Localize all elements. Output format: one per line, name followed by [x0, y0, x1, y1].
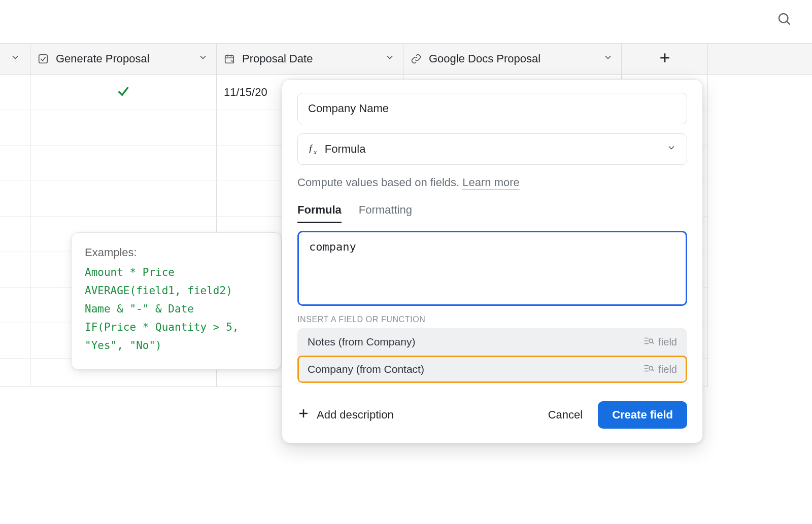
cell[interactable] — [0, 181, 30, 217]
svg-point-0 — [779, 14, 788, 23]
create-field-popover: ƒx Formula Compute values based on field… — [282, 79, 703, 443]
formula-icon: ƒx — [308, 142, 317, 156]
tab-formatting[interactable]: Formatting — [359, 203, 412, 223]
cell[interactable] — [30, 181, 217, 217]
cancel-button[interactable]: Cancel — [548, 408, 583, 422]
tab-formula[interactable]: Formula — [297, 203, 342, 223]
add-column-button[interactable] — [622, 44, 708, 74]
suggestion-kind: field — [658, 336, 677, 348]
lookup-icon — [643, 335, 654, 349]
learn-more-link[interactable]: Learn more — [462, 176, 520, 190]
svg-rect-3 — [225, 56, 234, 63]
field-type-select[interactable]: ƒx Formula — [297, 133, 687, 165]
field-name-input[interactable] — [297, 93, 687, 124]
column-google-docs-proposal[interactable]: Google Docs Proposal — [403, 44, 622, 74]
svg-point-17 — [649, 366, 653, 370]
examples-tooltip: Examples: Amount * Price AVERAGE(field1,… — [71, 232, 282, 370]
formula-editor[interactable] — [297, 231, 687, 306]
svg-rect-2 — [39, 55, 48, 63]
check-icon — [116, 84, 130, 101]
create-field-button[interactable]: Create field — [598, 401, 687, 429]
cell[interactable] — [0, 110, 30, 146]
column-label: Google Docs Proposal — [429, 52, 540, 65]
chevron-down-icon — [198, 52, 208, 65]
suggestion-kind: field — [658, 364, 677, 375]
column-label: Proposal Date — [242, 52, 313, 65]
svg-line-1 — [787, 22, 790, 25]
popover-tabs: Formula Formatting — [297, 203, 687, 224]
add-description-label: Add description — [317, 408, 394, 422]
column-label: Generate Proposal — [56, 52, 150, 65]
chevron-down-icon — [10, 52, 20, 65]
search-icon[interactable] — [776, 11, 792, 28]
suggestion-label: Company (from Contact) — [308, 363, 424, 375]
cell-text: 11/15/20 — [224, 86, 267, 99]
suggestion-item[interactable]: Company (from Contact) field — [297, 356, 687, 383]
column-menu-prev[interactable] — [0, 44, 30, 74]
cell-generate-proposal[interactable] — [30, 75, 217, 110]
examples-code: Amount * Price AVERAGE(field1, field2) N… — [85, 263, 268, 355]
svg-line-13 — [653, 342, 654, 343]
header-filler — [708, 44, 812, 74]
svg-point-12 — [649, 339, 653, 342]
suggestion-item[interactable]: Notes (from Company) field — [297, 328, 687, 356]
chevron-down-icon — [385, 52, 395, 65]
suggestion-label: Notes (from Company) — [308, 336, 415, 348]
cell[interactable] — [30, 110, 217, 146]
cell[interactable] — [0, 252, 30, 288]
cell[interactable] — [0, 359, 30, 387]
date-column-icon — [224, 53, 235, 64]
lookup-icon — [643, 363, 654, 376]
chevron-down-icon — [603, 52, 613, 65]
cell[interactable] — [0, 323, 30, 359]
examples-title: Examples: — [85, 246, 268, 259]
cell[interactable] — [0, 146, 30, 181]
column-proposal-date[interactable]: Proposal Date — [217, 44, 403, 74]
plus-icon — [658, 51, 671, 66]
field-type-label: Formula — [325, 143, 366, 156]
cell[interactable] — [0, 288, 30, 323]
checkbox-column-icon — [38, 53, 49, 64]
cell[interactable] — [0, 75, 30, 110]
column-generate-proposal[interactable]: Generate Proposal — [30, 44, 217, 74]
suggestion-section-label: INSERT A FIELD OR FUNCTION — [297, 315, 687, 324]
plus-icon — [297, 407, 310, 423]
formula-hint: Compute values based on fields. Learn mo… — [297, 176, 687, 189]
add-description-button[interactable]: Add description — [297, 407, 394, 423]
link-column-icon — [411, 53, 422, 64]
svg-line-18 — [653, 369, 654, 371]
cell[interactable] — [0, 217, 30, 252]
cell[interactable] — [30, 146, 217, 181]
grid-header: Generate Proposal Proposal Date Google D… — [0, 43, 812, 75]
chevron-down-icon — [666, 143, 676, 156]
suggestion-list: Notes (from Company) field Company (from… — [297, 328, 687, 383]
